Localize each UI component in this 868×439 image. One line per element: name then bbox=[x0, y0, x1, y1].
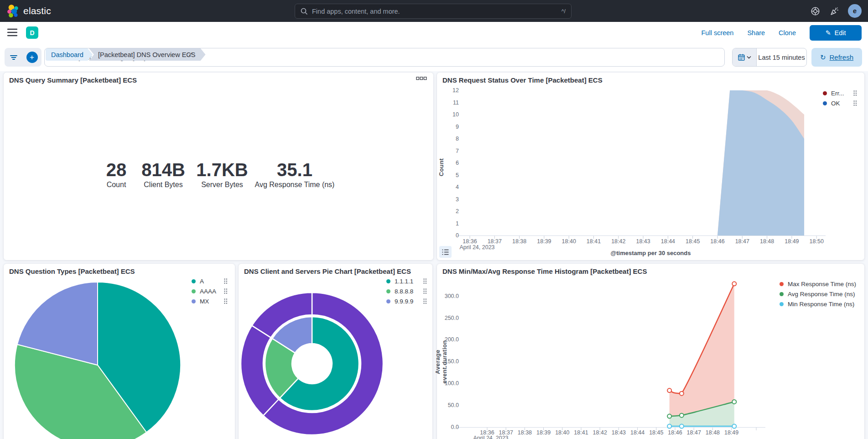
legend-color-dot bbox=[192, 299, 196, 303]
refresh-button[interactable]: ↻ Refresh bbox=[811, 48, 862, 67]
svg-text:18:47: 18:47 bbox=[687, 429, 701, 436]
legend-color-dot bbox=[780, 282, 784, 286]
global-search-input[interactable] bbox=[312, 8, 557, 15]
legend-color-dot bbox=[780, 292, 784, 296]
help-icon[interactable] bbox=[810, 5, 821, 16]
newsfeed-icon[interactable] bbox=[829, 5, 840, 16]
quick-select-button[interactable] bbox=[733, 48, 757, 66]
svg-text:6: 6 bbox=[456, 160, 459, 166]
legend-color-dot bbox=[823, 101, 827, 105]
legend-item-max[interactable]: Max Response Time (ns) bbox=[780, 280, 856, 288]
breadcrumb: Dashboard [Packetbeat] DNS Overview ECS bbox=[46, 48, 206, 61]
svg-text:April 24, 2023: April 24, 2023 bbox=[473, 435, 508, 439]
list-icon bbox=[442, 249, 449, 255]
svg-text:18:40: 18:40 bbox=[562, 238, 576, 245]
legend-item-9999[interactable]: 9.9.9.9 bbox=[386, 298, 427, 305]
legend-actions-icon[interactable] bbox=[423, 278, 427, 284]
svg-text:11: 11 bbox=[453, 99, 459, 106]
svg-text:18:48: 18:48 bbox=[706, 429, 720, 436]
elastic-logo-icon bbox=[6, 4, 19, 18]
svg-text:1: 1 bbox=[456, 220, 459, 227]
legend-item-ok[interactable]: OK bbox=[823, 99, 857, 107]
chart-legend: A AAAA MX bbox=[192, 277, 228, 305]
menu-icon[interactable] bbox=[7, 28, 17, 37]
legend-color-dot bbox=[192, 279, 196, 283]
svg-text:18:44: 18:44 bbox=[630, 429, 645, 436]
svg-text:18:41: 18:41 bbox=[587, 238, 601, 245]
svg-text:18:46: 18:46 bbox=[668, 429, 682, 436]
refresh-icon: ↻ bbox=[820, 53, 826, 62]
svg-text:50.0: 50.0 bbox=[448, 402, 459, 408]
legend-item-1111[interactable]: 1.1.1.1 bbox=[386, 277, 427, 285]
user-avatar[interactable]: e bbox=[848, 4, 862, 18]
filter-icon bbox=[10, 55, 17, 60]
metric-server-bytes: 1.7KB Server Bytes bbox=[196, 160, 248, 189]
legend-actions-icon[interactable] bbox=[224, 288, 228, 294]
svg-text:250.0: 250.0 bbox=[445, 315, 459, 321]
panel-dns-query-summary: DNS Query Summary [Packetbeat] ECS 28 Co… bbox=[4, 73, 433, 260]
legend-item-8888[interactable]: 8.8.8.8 bbox=[386, 287, 427, 295]
legend-item-a[interactable]: A bbox=[192, 277, 228, 285]
svg-text:18:46: 18:46 bbox=[710, 238, 724, 245]
legend-actions-icon[interactable] bbox=[423, 288, 427, 294]
legend-toggle-button[interactable] bbox=[439, 246, 452, 258]
dashboard-app-badge[interactable]: D bbox=[26, 26, 38, 39]
panel-title: DNS Query Summary [Packetbeat] ECS bbox=[9, 76, 137, 84]
svg-text:18:50: 18:50 bbox=[810, 238, 824, 245]
app-header: elastic ^/ e bbox=[0, 0, 868, 22]
legend-actions-icon[interactable] bbox=[224, 278, 228, 284]
chart-legend: Err... OK bbox=[823, 89, 857, 107]
global-search[interactable]: ^/ bbox=[295, 4, 572, 19]
search-icon bbox=[301, 8, 308, 15]
legend-item-min[interactable]: Min Response Time (ns) bbox=[780, 300, 856, 308]
add-filter-button[interactable]: + bbox=[23, 48, 41, 67]
svg-text:100.0: 100.0 bbox=[445, 380, 459, 387]
legend-color-dot bbox=[192, 289, 196, 293]
svg-text:18:45: 18:45 bbox=[686, 238, 700, 245]
clone-button[interactable]: Clone bbox=[779, 29, 796, 37]
svg-text:18:36: 18:36 bbox=[463, 238, 477, 245]
legend-item-aaaa[interactable]: AAAA bbox=[192, 287, 228, 295]
chevron-down-icon bbox=[747, 56, 751, 59]
saved-check-icon: ✓ bbox=[188, 50, 194, 58]
svg-text:18:47: 18:47 bbox=[735, 238, 749, 245]
svg-text:10: 10 bbox=[452, 111, 459, 118]
svg-text:18:37: 18:37 bbox=[488, 238, 502, 245]
svg-text:18:41: 18:41 bbox=[574, 429, 588, 436]
plus-icon: + bbox=[26, 52, 38, 63]
metric-count: 28 Count bbox=[106, 160, 127, 189]
svg-text:150.0: 150.0 bbox=[445, 358, 459, 365]
legend-item-err[interactable]: Err... bbox=[823, 89, 857, 97]
svg-text:18:39: 18:39 bbox=[536, 429, 551, 436]
calendar-icon bbox=[738, 54, 745, 61]
svg-text:200.0: 200.0 bbox=[445, 336, 459, 343]
legend-actions-icon[interactable] bbox=[853, 90, 857, 96]
svg-text:4: 4 bbox=[456, 184, 459, 190]
status-area-chart[interactable]: 18:3618:3718:3818:3918:4018:4118:4218:43… bbox=[437, 86, 864, 255]
filter-menu-button[interactable] bbox=[5, 48, 23, 67]
legend-actions-icon[interactable] bbox=[224, 298, 228, 304]
chart-legend: 1.1.1.1 8.8.8.8 9.9.9.9 bbox=[386, 277, 427, 305]
svg-text:18:40: 18:40 bbox=[555, 429, 569, 436]
breadcrumb-dashboard[interactable]: Dashboard bbox=[46, 48, 93, 61]
panel-dns-clients-servers: DNS Client and Servers Pie Chart [Packet… bbox=[239, 264, 432, 439]
svg-text:3: 3 bbox=[456, 196, 459, 203]
legend-actions-icon[interactable] bbox=[853, 100, 857, 106]
pencil-icon: ✎ bbox=[825, 29, 831, 37]
panel-title: DNS Min/Max/Avg Response Time Histogram … bbox=[442, 267, 647, 275]
panel-options-button[interactable] bbox=[413, 73, 430, 84]
legend-item-mx[interactable]: MX bbox=[192, 298, 228, 305]
edit-button[interactable]: ✎ Edit bbox=[810, 25, 862, 41]
svg-text:0.0: 0.0 bbox=[451, 424, 459, 430]
legend-actions-icon[interactable] bbox=[423, 298, 427, 304]
time-range-value[interactable]: Last 15 minutes bbox=[757, 48, 806, 66]
svg-text:18:38: 18:38 bbox=[518, 429, 532, 436]
legend-item-avg[interactable]: Avg Response Time (ns) bbox=[780, 290, 856, 298]
elastic-brand[interactable]: elastic bbox=[6, 4, 51, 18]
full-screen-button[interactable]: Full screen bbox=[701, 29, 733, 37]
panel-options-icon bbox=[416, 77, 427, 80]
metric-client-bytes: 814B Client Bytes bbox=[141, 160, 185, 189]
legend-color-dot bbox=[386, 299, 390, 303]
svg-text:12: 12 bbox=[452, 87, 459, 94]
share-button[interactable]: Share bbox=[747, 29, 765, 37]
